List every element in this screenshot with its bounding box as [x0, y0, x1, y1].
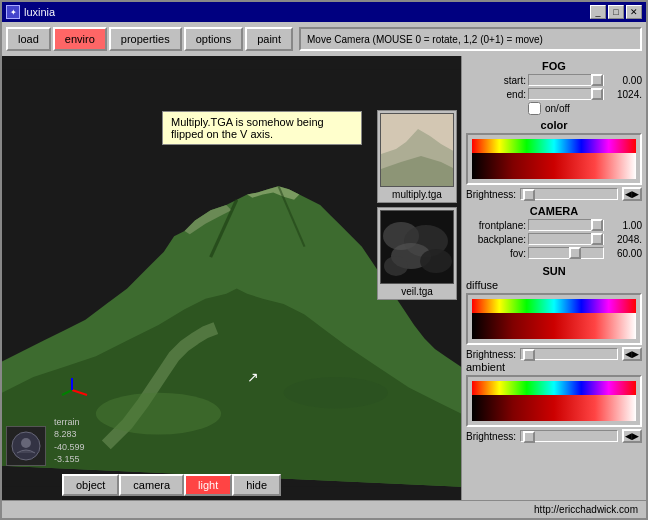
ambient-rainbow: [472, 381, 636, 395]
ambient-brightness-btn[interactable]: ◀▶: [622, 429, 642, 443]
mode-buttons: object camera light hide: [62, 474, 281, 496]
status-url: http://ericchadwick.com: [534, 504, 638, 515]
sun-section: SUN diffuse Brightness: ◀▶ ambient: [466, 265, 642, 443]
svg-point-7: [96, 393, 221, 435]
ambient-brightness-label: Brightness:: [466, 431, 516, 442]
diffuse-brightness-row: Brightness: ◀▶: [466, 347, 642, 361]
fov-thumb[interactable]: [569, 247, 581, 259]
fog-end-thumb[interactable]: [591, 88, 603, 100]
svg-line-19: [72, 390, 87, 395]
color-brightness-row: Brightness: ◀▶: [466, 187, 642, 201]
thumbnail-veil-label: veil.tga: [401, 286, 433, 297]
fog-onoff-row: on/off: [466, 102, 642, 115]
color-brightness-thumb[interactable]: [523, 189, 535, 201]
color-brightness-label: Brightness:: [466, 189, 516, 200]
backplane-row: backplane: 2048.: [466, 233, 642, 245]
close-button[interactable]: ✕: [626, 5, 642, 19]
color-brightness-slider[interactable]: [520, 188, 618, 200]
ambient-dark: [472, 395, 636, 421]
status-message: Move Camera (MOUSE 0 = rotate, 1,2 (0+1)…: [299, 27, 642, 51]
fog-start-slider[interactable]: [528, 74, 604, 86]
color-brightness-btn[interactable]: ◀▶: [622, 187, 642, 201]
color-header: color: [466, 119, 642, 131]
enviro-button[interactable]: enviro: [53, 27, 107, 51]
svg-point-8: [284, 377, 388, 408]
options-button[interactable]: options: [184, 27, 243, 51]
thumbnail-multiply-img: [380, 113, 454, 187]
load-button[interactable]: load: [6, 27, 51, 51]
diffuse-brightness-btn[interactable]: ◀▶: [622, 347, 642, 361]
fog-start-value: 0.00: [606, 75, 642, 86]
diffuse-brightness-label: Brightness:: [466, 349, 516, 360]
svg-point-17: [420, 249, 452, 273]
logo-box: [6, 426, 46, 466]
backplane-label: backplane:: [466, 234, 526, 245]
frontplane-row: frontplane: 1.00: [466, 219, 642, 231]
fog-end-row: end: 1024.: [466, 88, 642, 100]
light-button[interactable]: light: [184, 474, 232, 496]
color-box: [466, 133, 642, 185]
diffuse-dark: [472, 313, 636, 339]
thumbnail-veil[interactable]: veil.tga: [377, 207, 457, 300]
thumbnail-multiply-label: multiply.tga: [392, 189, 442, 200]
fog-onoff-checkbox[interactable]: [528, 102, 541, 115]
fov-value: 60.00: [606, 248, 642, 259]
toolbar: load enviro properties options paint Mov…: [2, 22, 646, 56]
title-controls: _ □ ✕: [590, 5, 642, 19]
svg-point-23: [21, 438, 31, 448]
title-bar-left: ✦ luxinia: [6, 5, 55, 19]
hide-button[interactable]: hide: [232, 474, 281, 496]
paint-button[interactable]: paint: [245, 27, 293, 51]
camera-button[interactable]: camera: [119, 474, 184, 496]
maximize-button[interactable]: □: [608, 5, 624, 19]
bottom-info: terrain 8.283 -40.599 -3.155: [2, 416, 85, 470]
terrain-x: 8.283: [54, 428, 85, 441]
fog-start-thumb[interactable]: [591, 74, 603, 86]
svg-point-18: [384, 256, 408, 276]
application-window: ✦ luxinia _ □ ✕ load enviro properties o…: [0, 0, 648, 520]
color-section: color Brightness: ◀▶: [466, 119, 642, 201]
svg-rect-12: [381, 114, 454, 187]
fog-end-slider[interactable]: [528, 88, 604, 100]
properties-button[interactable]: properties: [109, 27, 182, 51]
tooltip: Multiply.TGA is somehow being flipped on…: [162, 111, 362, 145]
frontplane-value: 1.00: [606, 220, 642, 231]
fov-row: fov: 60.00: [466, 247, 642, 259]
color-dark-gradient: [472, 153, 636, 179]
frontplane-thumb[interactable]: [591, 219, 603, 231]
diffuse-color-box: [466, 293, 642, 345]
fov-label: fov:: [466, 248, 526, 259]
minimize-button[interactable]: _: [590, 5, 606, 19]
fog-end-label: end:: [466, 89, 526, 100]
viewport[interactable]: Multiply.TGA is somehow being flipped on…: [2, 56, 461, 500]
fog-header: FOG: [466, 60, 642, 72]
app-icon: ✦: [6, 5, 20, 19]
thumbnails-panel: multiply.tga veil.: [373, 106, 461, 304]
ambient-brightness-slider[interactable]: [520, 430, 618, 442]
backplane-thumb[interactable]: [591, 233, 603, 245]
terrain-name: terrain: [54, 416, 85, 429]
sun-header: SUN: [466, 265, 642, 277]
axes-indicator: [52, 370, 92, 410]
diffuse-rainbow: [472, 299, 636, 313]
status-bar-bottom: http://ericchadwick.com: [2, 500, 646, 518]
color-rainbow-gradient: [472, 139, 636, 153]
thumbnail-multiply[interactable]: multiply.tga: [377, 110, 457, 203]
ambient-brightness-thumb[interactable]: [523, 431, 535, 443]
ambient-label: ambient: [466, 361, 642, 373]
fog-start-label: start:: [466, 75, 526, 86]
terrain-y: -40.599: [54, 441, 85, 454]
backplane-value: 2048.: [606, 234, 642, 245]
right-panel: FOG start: 0.00 end: 1024.: [461, 56, 646, 500]
object-button[interactable]: object: [62, 474, 119, 496]
diffuse-brightness-thumb[interactable]: [523, 349, 535, 361]
title-bar: ✦ luxinia _ □ ✕: [2, 2, 646, 22]
backplane-slider[interactable]: [528, 233, 604, 245]
svg-line-20: [62, 390, 72, 395]
fov-slider[interactable]: [528, 247, 604, 259]
diffuse-brightness-slider[interactable]: [520, 348, 618, 360]
camera-header: CAMERA: [466, 205, 642, 217]
thumbnail-veil-img: [380, 210, 454, 284]
frontplane-slider[interactable]: [528, 219, 604, 231]
camera-section: CAMERA frontplane: 1.00 backplane: 2048.: [466, 205, 642, 261]
